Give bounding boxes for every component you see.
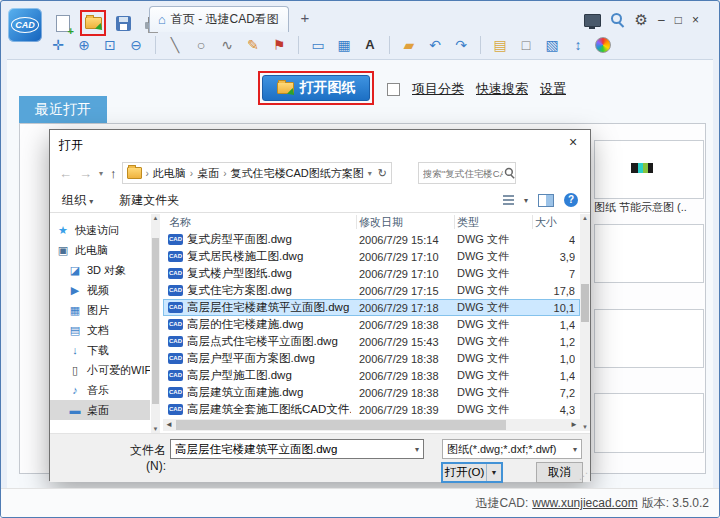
scroll-down-icon[interactable]: ▼ bbox=[151, 426, 160, 432]
new-tab-button[interactable]: + bbox=[297, 9, 313, 26]
sort-icon[interactable]: ↕ bbox=[569, 35, 587, 55]
filetype-select[interactable]: 图纸(*.dwg;*.dxf;*.dwf) ▾ bbox=[442, 439, 582, 459]
text-tool-icon[interactable]: A bbox=[361, 35, 379, 55]
file-row[interactable]: CAD复式房型平面图.dwg2006/7/29 15:14DWG 文件4 bbox=[163, 231, 580, 248]
column-date[interactable]: 修改日期 bbox=[359, 215, 455, 229]
annotation-flag-icon[interactable]: ⚑ bbox=[270, 35, 288, 55]
filename-dropdown-icon[interactable]: ▾ bbox=[415, 445, 423, 454]
open-file-icon[interactable] bbox=[83, 13, 103, 33]
quick-search-link[interactable]: 快速搜索 bbox=[476, 80, 528, 98]
refresh-icon[interactable]: ↻ bbox=[378, 167, 387, 180]
scrollbar-thumb[interactable] bbox=[152, 238, 159, 404]
circle-tool-icon[interactable]: ○ bbox=[192, 35, 210, 55]
column-type[interactable]: 类型 bbox=[457, 215, 533, 229]
sidebar-item-小可爱的WIFI[interactable]: ▯小可爱的WIFI bbox=[50, 360, 150, 380]
search-input[interactable] bbox=[419, 168, 503, 179]
tab-home[interactable]: ⌂ 首页 - 迅捷CAD看图 bbox=[149, 6, 289, 32]
cube-shaded-icon[interactable]: ▧ bbox=[543, 35, 561, 55]
breadcrumb-this-pc[interactable]: 此电脑 bbox=[153, 166, 186, 181]
filename-field[interactable]: ▾ bbox=[170, 439, 424, 459]
column-name[interactable]: 名称 bbox=[169, 215, 357, 229]
recent-file-card[interactable] bbox=[594, 393, 704, 453]
file-row[interactable]: CAD高层建筑立面建施.dwg2006/7/29 18:38DWG 文件7,2 bbox=[163, 384, 580, 401]
sidebar-item-视频[interactable]: ▶视频 bbox=[50, 280, 150, 300]
file-row[interactable]: CAD高层的住宅楼建施.dwg2006/7/29 18:38DWG 文件1,4 bbox=[163, 316, 580, 333]
sidebar-item-文档[interactable]: ▤文档 bbox=[50, 320, 150, 340]
dialog-close-button[interactable]: × bbox=[562, 134, 584, 154]
vertical-scrollbar[interactable]: ▲ ▼ bbox=[580, 214, 590, 431]
website-link[interactable]: www.xunjiecad.com bbox=[532, 496, 637, 510]
new-drawing-icon[interactable] bbox=[53, 13, 73, 33]
minimize-button[interactable]: – bbox=[658, 12, 665, 28]
undo-icon[interactable]: ↶ bbox=[426, 35, 444, 55]
help-icon[interactable]: ? bbox=[564, 193, 578, 207]
sidebar-item-3D 对象[interactable]: ◪3D 对象 bbox=[50, 260, 150, 280]
recent-file-card[interactable] bbox=[594, 140, 704, 199]
zoom-window-icon[interactable]: ⊡ bbox=[101, 35, 119, 55]
spline-tool-icon[interactable]: ∿ bbox=[218, 35, 236, 55]
resize-grip-icon[interactable]: ⋰ bbox=[579, 471, 588, 481]
view-mode-icon[interactable] bbox=[503, 195, 514, 205]
up-icon[interactable]: ↑ bbox=[110, 166, 117, 181]
scroll-right-icon[interactable]: ► bbox=[570, 420, 578, 429]
sidebar-item-桌面[interactable]: ▬桌面 bbox=[50, 400, 150, 420]
file-row[interactable]: CAD高层户型施工图.dwg2006/7/29 18:38DWG 文件1,4 bbox=[163, 367, 580, 384]
breadcrumb-folder[interactable]: 复式住宅楼CAD图纸方案图 bbox=[231, 166, 364, 181]
sidebar-item-下载[interactable]: ↓下载 bbox=[50, 340, 150, 360]
project-category-link[interactable]: 项目分类 bbox=[412, 80, 464, 98]
sidebar-item-图片[interactable]: ▦图片 bbox=[50, 300, 150, 320]
color-wheel-icon[interactable] bbox=[595, 37, 611, 53]
history-dropdown-icon[interactable]: ▾ bbox=[99, 169, 103, 178]
maximize-button[interactable]: □ bbox=[675, 12, 682, 28]
breadcrumb-desktop[interactable]: 桌面 bbox=[197, 166, 219, 181]
zoom-scale-icon[interactable]: ⊕ bbox=[75, 35, 93, 55]
open-button[interactable]: 打开(O) ▼ bbox=[441, 462, 503, 483]
filename-input[interactable] bbox=[171, 443, 415, 455]
zoom-previous-icon[interactable]: ⊖ bbox=[127, 35, 145, 55]
sidebar-item-音乐[interactable]: ♪音乐 bbox=[50, 380, 150, 400]
scroll-down-icon[interactable]: ▼ bbox=[580, 424, 590, 430]
file-row[interactable]: CAD复式住宅方案图.dwg2006/7/29 17:15DWG 文件17,8 bbox=[163, 282, 580, 299]
new-folder-button[interactable]: 新建文件夹 bbox=[119, 192, 179, 209]
scrollbar-thumb[interactable] bbox=[581, 284, 589, 322]
breadcrumb[interactable]: › 此电脑 › 桌面 › 复式住宅楼CAD图纸方案图 ▾ ↻ bbox=[122, 162, 392, 184]
file-row[interactable]: CAD高层户型平面方案图.dwg2006/7/29 18:38DWG 文件1,0 bbox=[163, 350, 580, 367]
open-split-dropdown-icon[interactable]: ▼ bbox=[486, 464, 501, 481]
open-drawing-button[interactable]: 打开图纸 bbox=[262, 75, 370, 101]
project-category-checkbox[interactable] bbox=[387, 83, 400, 96]
line-tool-icon[interactable]: ╲ bbox=[166, 35, 184, 55]
eraser-icon[interactable]: ▰ bbox=[400, 35, 418, 55]
organize-menu[interactable]: 组织 ▾ bbox=[62, 192, 93, 209]
view-dropdown-icon[interactable]: ▾ bbox=[524, 196, 528, 205]
scrollbar-thumb[interactable] bbox=[176, 420, 506, 430]
zoom-out-icon[interactable] bbox=[611, 13, 625, 27]
settings-gear-icon[interactable]: ⚙ bbox=[635, 12, 648, 28]
forward-icon[interactable]: → bbox=[79, 166, 92, 181]
sidebar-item-此电脑[interactable]: ▣此电脑 bbox=[50, 240, 150, 260]
search-box[interactable] bbox=[418, 162, 516, 184]
pan-icon[interactable]: ✛ bbox=[49, 35, 67, 55]
sidebar-scrollbar[interactable]: ▲ ▼ bbox=[151, 214, 160, 433]
measure-rect-icon[interactable]: ▭ bbox=[309, 35, 327, 55]
file-row[interactable]: CAD高层建筑全套施工图纸CAD文件.dwg2006/7/29 18:39DWG… bbox=[163, 401, 580, 418]
file-row[interactable]: CAD复式居民楼施工图.dwg2006/7/29 17:10DWG 文件3,9 bbox=[163, 248, 580, 265]
sidebar-item-快速访问[interactable]: ★快速访问 bbox=[50, 220, 150, 240]
close-button[interactable]: × bbox=[692, 12, 699, 28]
insert-image-icon[interactable]: ▦ bbox=[335, 35, 353, 55]
scroll-left-icon[interactable]: ◄ bbox=[165, 420, 173, 429]
settings-link[interactable]: 设置 bbox=[540, 80, 566, 98]
horizontal-scrollbar[interactable]: ◄ ► bbox=[163, 419, 580, 431]
tab-recent-open[interactable]: 最近打开 bbox=[19, 96, 107, 123]
cancel-button[interactable]: 取消 bbox=[536, 462, 583, 483]
cube-wireframe-icon[interactable]: □ bbox=[517, 35, 535, 55]
file-row[interactable]: CAD高层点式住宅楼平立面图.dwg2006/7/29 15:43DWG 文件1… bbox=[163, 333, 580, 350]
save-icon[interactable] bbox=[113, 13, 133, 33]
file-row[interactable]: CAD复式楼户型图纸.dwg2006/7/29 17:10DWG 文件7 bbox=[163, 265, 580, 282]
recent-file-card[interactable] bbox=[594, 224, 704, 283]
fit-screen-icon[interactable] bbox=[584, 14, 601, 27]
scroll-up-icon[interactable]: ▲ bbox=[580, 215, 590, 221]
layers-icon[interactable]: ▤ bbox=[491, 35, 509, 55]
preview-pane-icon[interactable] bbox=[538, 194, 554, 207]
column-size[interactable]: 大小 bbox=[535, 215, 575, 229]
pencil-tool-icon[interactable]: ✎ bbox=[244, 35, 262, 55]
